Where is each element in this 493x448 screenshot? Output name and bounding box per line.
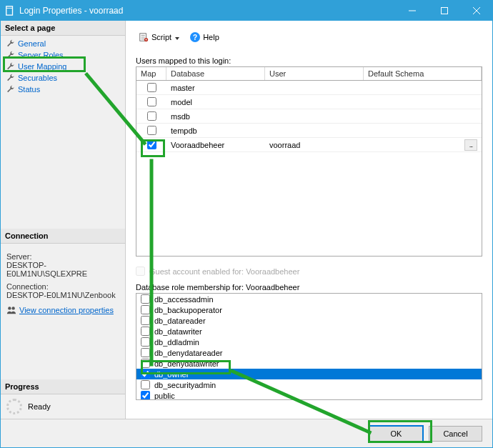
table-row[interactable]: tempdb [136, 124, 482, 138]
page-list: General Server Roles User Mapping Secura… [1, 36, 125, 229]
header-database[interactable]: Database [166, 67, 265, 80]
role-checkbox[interactable] [141, 316, 150, 325]
cell-user [265, 86, 364, 89]
wrench-icon [6, 62, 15, 71]
content-panel: Script ? Help Users mapped to this login… [126, 21, 492, 419]
role-checkbox[interactable] [141, 391, 150, 400]
cell-user [265, 129, 364, 132]
svg-rect-0 [6, 6, 13, 15]
view-connection-properties-link[interactable]: View connection properties [19, 306, 114, 314]
header-schema[interactable]: Default Schema [364, 67, 482, 80]
select-page-header: Select a page [1, 21, 125, 36]
sidebar-item-label: General [18, 39, 46, 48]
maximize-button[interactable] [428, 1, 460, 21]
role-item[interactable]: db_owner [136, 369, 482, 379]
connection-header: Connection [1, 229, 125, 244]
cancel-button[interactable]: Cancel [429, 426, 482, 442]
progress-header: Progress [1, 379, 125, 394]
role-name: public [154, 392, 175, 400]
sidebar-item-user-mapping[interactable]: User Mapping [1, 61, 125, 72]
role-item[interactable]: db_securityadmin [136, 379, 482, 390]
table-row[interactable]: msdb [136, 109, 482, 124]
map-checkbox[interactable] [147, 97, 156, 106]
sidebar-item-label: Server Roles [18, 51, 64, 59]
role-item[interactable]: db_denydatawriter [136, 358, 482, 369]
map-checkbox[interactable] [147, 126, 156, 135]
table-row[interactable]: Vooraadbeheervoorraad... [136, 138, 482, 152]
header-user[interactable]: User [265, 67, 364, 80]
toolbar: Script ? Help [136, 28, 482, 46]
map-checkbox[interactable] [147, 140, 156, 149]
map-checkbox[interactable] [147, 111, 156, 121]
wrench-icon [6, 74, 15, 82]
cell-schema: ... [364, 138, 482, 152]
svg-point-6 [8, 307, 11, 309]
sidebar: Select a page General Server Roles User … [1, 21, 126, 419]
role-checkbox[interactable] [141, 294, 150, 304]
connection-value: DESKTOP-E0LM1NU\Zenbook [6, 291, 119, 299]
footer: OK Cancel [1, 419, 492, 448]
people-icon [6, 305, 16, 315]
users-mapped-label: Users mapped to this login: [136, 56, 482, 65]
role-item[interactable]: db_datawriter [136, 326, 482, 337]
role-checkbox[interactable] [141, 369, 150, 379]
cell-user [265, 101, 364, 104]
schema-browse-button[interactable]: ... [464, 139, 477, 151]
window-icon [5, 6, 15, 16]
sidebar-item-server-roles[interactable]: Server Roles [1, 49, 125, 61]
help-icon: ? [190, 32, 200, 42]
role-name: db_denydatareader [154, 349, 222, 357]
map-checkbox[interactable] [147, 83, 156, 92]
mapping-table-header: Map Database User Default Schema [136, 67, 482, 81]
ok-button[interactable]: OK [369, 426, 423, 442]
script-label: Script [151, 33, 171, 41]
script-button[interactable]: Script [136, 31, 183, 44]
role-item[interactable]: db_ddladmin [136, 337, 482, 347]
role-item[interactable]: db_datareader [136, 315, 482, 326]
close-button[interactable] [460, 1, 492, 21]
sidebar-item-general[interactable]: General [1, 38, 125, 49]
minimize-button[interactable] [396, 1, 428, 21]
server-value: DESKTOP-E0LM1NU\SQLEXPRE [6, 261, 119, 278]
roles-label: Database role membership for: Vooraadbeh… [136, 283, 482, 292]
role-checkbox[interactable] [141, 380, 150, 389]
header-map[interactable]: Map [136, 67, 166, 80]
table-row[interactable]: model [136, 95, 482, 109]
cell-database: master [166, 82, 265, 94]
cell-database: model [166, 96, 265, 108]
role-checkbox[interactable] [141, 305, 150, 314]
help-label: Help [203, 33, 219, 41]
guest-enabled-checkbox [136, 267, 145, 276]
progress-box: Ready [1, 394, 125, 419]
svg-rect-3 [441, 8, 447, 14]
sidebar-item-status[interactable]: Status [1, 84, 125, 95]
cell-database: Vooraadbeheer [166, 139, 265, 151]
chevron-down-icon [174, 34, 180, 40]
cell-schema [364, 86, 482, 89]
help-button[interactable]: ? Help [187, 31, 222, 44]
sidebar-item-label: Status [18, 85, 40, 94]
role-item[interactable]: public [136, 390, 482, 400]
cell-database: msdb [166, 111, 265, 122]
role-name: db_accessadmin [154, 295, 214, 304]
cell-schema [364, 115, 482, 118]
role-name: db_backupoperator [154, 306, 222, 314]
mapping-table: Map Database User Default Schema masterm… [136, 66, 482, 257]
sidebar-item-securables[interactable]: Securables [1, 72, 125, 84]
role-name: db_securityadmin [154, 381, 216, 389]
role-item[interactable]: db_denydatareader [136, 347, 482, 358]
table-row[interactable]: master [136, 81, 482, 95]
role-checkbox[interactable] [141, 337, 150, 347]
role-name: db_owner [154, 370, 189, 379]
role-checkbox[interactable] [141, 327, 150, 336]
role-item[interactable]: db_backupoperator [136, 304, 482, 315]
guest-label: Guest account enabled for: Vooraadbeheer [149, 267, 299, 276]
role-checkbox[interactable] [141, 359, 150, 368]
cell-database: tempdb [166, 125, 265, 136]
role-checkbox[interactable] [141, 348, 150, 357]
cell-schema [364, 101, 482, 104]
cell-schema [364, 129, 482, 132]
connection-label: Connection: [6, 282, 119, 291]
role-item[interactable]: db_accessadmin [136, 294, 482, 304]
server-label: Server: [6, 252, 119, 261]
